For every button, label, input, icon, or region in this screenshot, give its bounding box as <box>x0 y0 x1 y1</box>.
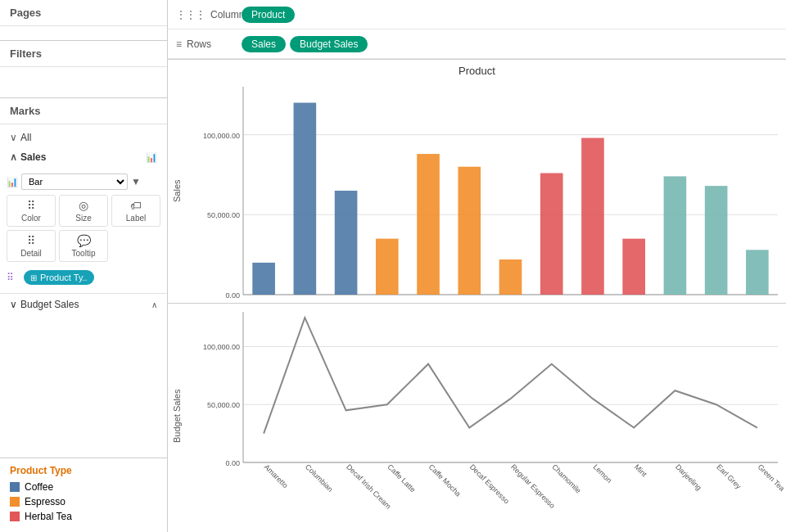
color-button[interactable]: ⠿ Color <box>7 195 56 227</box>
tooltip-label: Tooltip <box>72 249 96 258</box>
svg-rect-17 <box>622 239 645 295</box>
columns-shelf: ⋮⋮⋮ Columns Product <box>168 0 786 29</box>
all-arrow: ∨ <box>10 132 17 143</box>
svg-rect-14 <box>499 259 522 295</box>
svg-rect-20 <box>746 250 769 295</box>
legend-item-herbal-tea: Herbal Tea <box>10 511 157 522</box>
svg-text:Regular Espresso: Regular Espresso <box>509 462 557 510</box>
size-label: Size <box>75 214 91 223</box>
all-label: All <box>20 132 31 143</box>
svg-rect-8 <box>252 263 275 295</box>
svg-rect-15 <box>540 174 563 295</box>
sales-label: Sales <box>20 151 46 163</box>
color-label: Color <box>21 214 41 223</box>
columns-icon: ⋮⋮⋮ <box>176 9 206 20</box>
svg-text:100,000.00: 100,000.00 <box>203 343 240 351</box>
chart-area: Product Sales 0.0050,000.00100,000.00 Bu… <box>168 60 786 532</box>
rows-shelf: ≡ Rows Sales Budget Sales <box>168 29 786 59</box>
svg-text:Caffe Mocha: Caffe Mocha <box>427 462 463 498</box>
budget-arrow: ∨ <box>10 299 17 310</box>
product-type-dots-icon: ⠿ <box>7 272 14 283</box>
svg-text:100,000.00: 100,000.00 <box>203 132 240 140</box>
svg-text:Columbian: Columbian <box>304 462 334 493</box>
svg-text:Decaf Irish Cream: Decaf Irish Cream <box>345 462 392 510</box>
budget-sales-label: Budget Sales <box>20 299 79 310</box>
size-button[interactable]: ◎ Size <box>59 195 108 227</box>
y-axis-sales-label: Sales <box>168 79 186 303</box>
svg-text:0.00: 0.00 <box>225 291 240 300</box>
svg-rect-11 <box>376 239 399 295</box>
tooltip-icon: 💬 <box>77 234 91 247</box>
svg-rect-10 <box>335 191 358 295</box>
svg-text:Earl Grey: Earl Grey <box>715 462 743 490</box>
detail-icon: ⠿ <box>27 234 35 247</box>
svg-text:50,000.00: 50,000.00 <box>207 401 240 409</box>
sales-pill[interactable]: Sales <box>242 36 286 52</box>
product-type-title: Product Type <box>10 465 157 476</box>
budget-caret-icon: ∧ <box>151 300 157 309</box>
svg-rect-12 <box>417 154 440 295</box>
label-icon: 🏷 <box>130 199 142 212</box>
sales-chart-icon: 📊 <box>146 152 157 163</box>
product-pill[interactable]: Product <box>242 7 295 23</box>
legend-label-herbal-tea: Herbal Tea <box>25 511 72 522</box>
legend-item-espresso: Espresso <box>10 496 157 507</box>
color-dots-icon: ⠿ <box>27 199 35 212</box>
svg-rect-16 <box>581 138 604 295</box>
svg-text:Caffe Latte: Caffe Latte <box>386 462 417 494</box>
budget-sales-pill[interactable]: Budget Sales <box>290 36 368 52</box>
tooltip-button[interactable]: 💬 Tooltip <box>59 230 108 262</box>
detail-label: Detail <box>20 249 42 258</box>
svg-text:Darjeeling: Darjeeling <box>674 462 703 492</box>
svg-rect-18 <box>664 176 687 295</box>
svg-text:50,000.00: 50,000.00 <box>207 211 240 219</box>
legend-item-coffee: Coffee <box>10 481 157 493</box>
svg-rect-19 <box>705 186 728 295</box>
svg-rect-13 <box>458 167 481 295</box>
sales-arrow: ∧ <box>10 151 17 163</box>
svg-text:Amaretto: Amaretto <box>263 462 290 489</box>
filters-header: Filters <box>0 41 167 67</box>
marks-header: Marks <box>0 98 167 124</box>
legend-label-coffee: Coffee <box>25 481 53 493</box>
label-button[interactable]: 🏷 Label <box>111 195 160 227</box>
svg-rect-9 <box>294 103 317 295</box>
svg-text:Mint: Mint <box>633 462 648 478</box>
svg-text:Lemon: Lemon <box>592 462 614 485</box>
budget-sales-row[interactable]: ∨ Budget Sales ∧ <box>0 293 167 315</box>
y-axis-budget-label: Budget Sales <box>168 304 186 528</box>
product-type-pill-label: Product Ty.. <box>40 273 88 282</box>
label-label: Label <box>126 214 146 223</box>
chart-title: Product <box>168 60 786 79</box>
svg-text:Green Tea: Green Tea <box>756 462 786 493</box>
product-type-pill[interactable]: ⊞ Product Ty.. <box>24 270 94 285</box>
size-icon: ◎ <box>79 199 88 212</box>
legend-color-herbal-tea <box>10 512 20 521</box>
dropdown-arrow-icon: ▼ <box>131 176 141 187</box>
pill-table-icon: ⊞ <box>30 273 37 282</box>
mark-type-select[interactable]: Bar <box>21 174 128 190</box>
pages-header: Pages <box>0 0 167 26</box>
legend-color-coffee <box>10 482 20 492</box>
svg-text:Decaf Espresso: Decaf Espresso <box>468 462 511 505</box>
rows-icon: ≡ <box>176 38 182 50</box>
legend-color-espresso <box>10 497 20 507</box>
rows-label: Rows <box>187 38 211 50</box>
detail-button[interactable]: ⠿ Detail <box>7 230 56 262</box>
legend-label-espresso: Espresso <box>25 496 66 507</box>
svg-text:0.00: 0.00 <box>225 459 240 467</box>
svg-text:Chamomile: Chamomile <box>550 462 582 494</box>
bar-chart-icon: 📊 <box>7 177 18 187</box>
